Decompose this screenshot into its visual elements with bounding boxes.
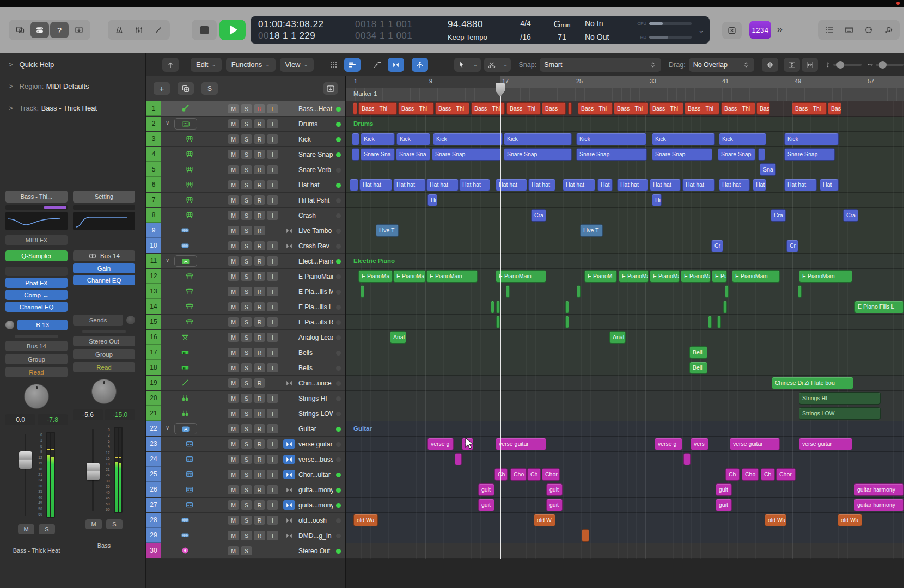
record-enable-button[interactable]: R [254,272,265,281]
bar-ruler[interactable]: 19172533414957 [346,76,904,88]
horizontal-zoom-icon[interactable] [802,58,818,72]
solo-button[interactable]: S [241,378,252,388]
region-blip[interactable] [725,285,729,298]
inspector-toggle-icon[interactable] [30,22,49,38]
region[interactable]: verse guitar [799,438,852,450]
record-enable-button[interactable]: R [254,317,265,327]
automation-icon[interactable] [369,58,386,72]
track-row[interactable]: 9MSRLive Tambo [146,223,345,238]
region[interactable]: Kick [652,133,715,145]
lcd-chevron-down-icon[interactable]: ⌄ [696,26,710,34]
mute-button[interactable]: M [228,378,239,388]
region-blip[interactable] [717,316,721,328]
track-name[interactable]: E PianoMain [298,269,333,284]
duplicate-track-button[interactable] [178,82,194,95]
record-enable-button[interactable]: R [254,180,265,189]
audio-fx-slot[interactable]: Phat FX [5,278,68,288]
region[interactable]: Cra [531,209,546,222]
region[interactable]: Hat hat [426,179,459,191]
hide-track-list-icon[interactable] [162,58,179,72]
record-enable-button[interactable]: R [254,439,265,449]
track-lane[interactable] [346,528,904,543]
region[interactable]: E PianoMa [681,270,711,283]
volume-value[interactable]: -5.6 [73,409,103,420]
peak-value[interactable]: -15.0 [105,409,135,420]
track-name[interactable]: Chor...uitar [298,467,333,482]
list-editors-icon[interactable] [820,22,839,38]
region[interactable]: guit [716,483,732,496]
track-number[interactable]: 18 [146,360,161,375]
solo-button[interactable]: S [241,531,252,540]
grid-icon[interactable] [326,58,342,72]
solo-button[interactable]: S [241,394,252,403]
disclosure-chevron-icon[interactable]: ∨ [166,425,169,431]
channel-setting-button[interactable]: Setting [73,191,135,203]
track-name[interactable]: Elect...Piano [298,254,333,269]
track-name[interactable]: E Pia...ills R [298,315,333,330]
solo-button[interactable]: S [241,302,252,311]
record-enable-button[interactable]: R [254,165,265,174]
track-row[interactable]: 23MSRIverse guitar [146,437,345,452]
mute-button[interactable]: M [228,317,239,327]
track-name[interactable]: Bass...Heat [298,101,333,117]
input-monitor-button[interactable]: I [267,424,278,433]
track-number[interactable]: 5 [146,162,161,177]
input-monitor-button[interactable]: I [267,363,278,372]
channel-setting-button[interactable]: Bass - Thi... [5,191,68,203]
track-name[interactable]: guita...mony [298,482,333,498]
region[interactable]: Hat hat [359,179,392,191]
quick-help-icon[interactable]: ? [50,22,69,38]
mute-button[interactable]: M [228,470,239,479]
region[interactable]: Hat hat [563,179,595,191]
region-blip[interactable] [350,179,358,191]
input-monitor-button[interactable]: I [267,455,278,464]
region[interactable]: Cho [510,468,527,481]
input-monitor-button[interactable]: I [267,287,278,296]
region[interactable]: Hat [820,179,839,191]
solo-button[interactable]: S [241,287,252,296]
drag-dropdown[interactable]: No Overlap [689,58,754,72]
input-monitor-button[interactable]: I [267,409,278,418]
input-monitor-button[interactable]: I [267,134,278,144]
track-row[interactable]: 13MSRIE Pia...ills M [146,284,345,299]
mute-button[interactable]: M [228,287,239,296]
region[interactable]: Anal [609,331,626,344]
record-enable-button[interactable]: R [254,470,265,479]
track-number[interactable]: 21 [146,406,161,421]
automation-mode-button[interactable]: Read [5,367,68,377]
track-number[interactable]: 17 [146,345,161,360]
record-enable-button[interactable]: R [254,348,265,357]
solo-button[interactable]: S [241,348,252,357]
region[interactable]: E PianoMain [732,270,780,283]
mute-button[interactable]: M [228,211,239,220]
toolbar-overflow-icon[interactable]: » [777,23,783,35]
record-enable-button[interactable]: R [254,363,265,372]
region[interactable]: guit [716,499,732,511]
track-inspector-section[interactable]: > Track: Bass - Thick Heat [0,97,145,119]
mute-button[interactable]: M [228,394,239,403]
output-slot[interactable]: Bus 14 [5,341,68,351]
lcd-key[interactable]: G [554,19,561,29]
mute-button[interactable]: M [228,119,239,128]
region[interactable]: Snare Sna [396,148,430,161]
vertical-zoom-slider[interactable] [824,60,862,69]
track-row[interactable]: 21MSRIStrings LOW [146,406,345,421]
track-row[interactable]: 10MSRICrash Rev [146,238,345,254]
vertical-zoom-icon[interactable] [784,58,800,72]
region[interactable]: Chor [776,468,796,481]
marker-lane[interactable]: Marker 1 [346,88,904,101]
region[interactable]: Cr [711,240,723,252]
solo-button[interactable]: S [241,180,252,189]
track-lane[interactable] [346,498,904,513]
solo-button[interactable]: S [106,519,123,529]
input-monitor-button[interactable]: I [267,470,278,479]
track-number[interactable]: 9 [146,223,161,238]
track-row[interactable]: 12MSRIE PianoMain [146,269,345,284]
track-number[interactable]: 10 [146,238,161,253]
region[interactable]: Live T [376,224,399,237]
lcd-tempo-mode[interactable]: Keep Tempo [448,33,504,41]
varispeed-icon[interactable] [412,58,428,72]
region[interactable]: Cra [771,209,786,222]
track-row[interactable]: 29MSRIDMD...g_In [146,528,345,543]
region-blip[interactable] [496,316,500,328]
